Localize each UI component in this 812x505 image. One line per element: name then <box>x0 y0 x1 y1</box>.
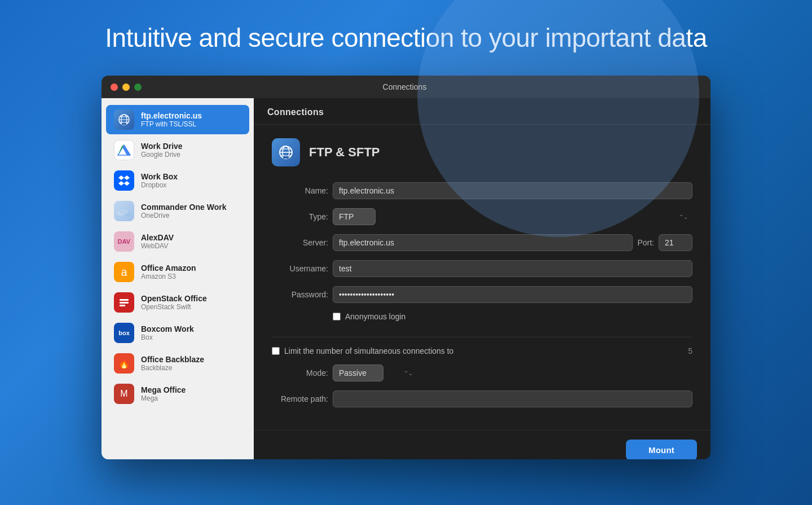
sidebar-item-mega[interactable]: M Mega Office Mega <box>106 379 249 409</box>
sidebar-backblaze-name: Office Backblaze <box>141 355 204 364</box>
type-select[interactable]: FTP SFTP FTPS <box>333 208 376 225</box>
svg-marker-13 <box>118 181 124 186</box>
sidebar-alexdav-text: AlexDAV WebDAV <box>141 233 174 250</box>
name-row: Name: <box>272 182 692 199</box>
sidebar-openstack-name: OpenStack Office <box>141 294 207 303</box>
sidebar-workbox-name: Work Box <box>141 172 178 181</box>
password-label: Password: <box>272 290 328 299</box>
name-label: Name: <box>272 186 328 195</box>
sidebar-workdrive-sub: Google Drive <box>141 151 183 159</box>
server-input[interactable] <box>333 234 633 251</box>
name-input[interactable] <box>333 182 692 199</box>
sidebar-boxcom-name: Boxcom Work <box>141 324 194 333</box>
sidebar-mega-sub: Mega <box>141 394 186 402</box>
username-label: Username: <box>272 264 328 273</box>
sidebar-item-workdrive[interactable]: Work Drive Google Drive <box>106 135 249 165</box>
amazon-icon: a <box>114 262 134 282</box>
minimize-button[interactable] <box>122 84 130 91</box>
sidebar-item-openstack[interactable]: OpenStack Office OpenStack Swift <box>106 288 249 317</box>
window-body: ftp.electronic.us FTP with TSL/SSL <box>102 98 710 459</box>
window-title: Connections <box>383 82 427 91</box>
mode-select-wrapper: Passive Active <box>333 365 417 381</box>
ftp-section-title: FTP & SFTP <box>309 145 380 160</box>
maximize-button[interactable] <box>134 84 142 91</box>
sidebar-alexdav-sub: WebDAV <box>141 242 174 250</box>
panel-header-title: Connections <box>267 107 324 117</box>
type-label: Type: <box>272 212 328 221</box>
limit-row: Limit the number of simultaneous connect… <box>272 346 692 355</box>
remote-path-label: Remote path: <box>272 394 328 403</box>
mode-row: Mode: Passive Active <box>272 365 692 381</box>
limit-label: Limit the number of simultaneous connect… <box>284 346 453 355</box>
port-input[interactable] <box>659 234 692 251</box>
ftp-header-row: FTP & SFTP <box>272 138 692 166</box>
sidebar-backblaze-sub: Backblaze <box>141 364 204 372</box>
port-label: Port: <box>637 238 654 247</box>
dropbox-icon <box>114 170 134 191</box>
sidebar-boxcom-sub: Box <box>141 333 194 341</box>
svg-rect-27 <box>283 156 289 159</box>
divider <box>272 337 692 337</box>
username-row: Username: <box>272 260 692 277</box>
traffic-lights <box>111 84 142 91</box>
sidebar-item-ftp[interactable]: ftp.electronic.us FTP with TSL/SSL <box>106 105 249 134</box>
box-icon: box <box>114 323 134 343</box>
window-wrapper: Connections <box>0 76 812 459</box>
sidebar-amazon-name: Office Amazon <box>141 264 196 273</box>
sidebar-mega-text: Mega Office Mega <box>141 385 186 402</box>
page-title: Intuitive and secure connection to your … <box>0 23 812 53</box>
sidebar: ftp.electronic.us FTP with TSL/SSL <box>102 98 254 459</box>
svg-rect-20 <box>120 302 129 304</box>
svg-marker-11 <box>118 175 124 180</box>
mode-select[interactable]: Passive Active <box>333 365 383 381</box>
limit-checkbox[interactable] <box>272 347 280 355</box>
password-row: Password: <box>272 286 692 303</box>
sidebar-item-workbox[interactable]: Work Box Dropbox <box>106 166 249 195</box>
svg-marker-12 <box>124 175 130 180</box>
anon-label: Anonymous login <box>345 312 405 321</box>
svg-point-18 <box>120 209 129 214</box>
ftp-icon <box>114 109 134 130</box>
app-window: Connections <box>102 76 710 459</box>
mount-button[interactable]: Mount <box>626 440 697 459</box>
sidebar-openstack-text: OpenStack Office OpenStack Swift <box>141 294 207 311</box>
sidebar-item-alexdav[interactable]: DAV AlexDAV WebDAV <box>106 227 249 256</box>
remote-path-row: Remote path: <box>272 390 692 407</box>
type-select-wrapper: FTP SFTP FTPS <box>333 208 692 225</box>
main-panel: Connections <box>254 98 710 459</box>
sidebar-mega-name: Mega Office <box>141 385 186 394</box>
sidebar-ftp-name: ftp.electronic.us <box>141 111 202 120</box>
webdav-icon: DAV <box>114 231 134 252</box>
password-input[interactable] <box>333 286 692 303</box>
sidebar-alexdav-name: AlexDAV <box>141 233 174 242</box>
backblaze-icon: 🔥 <box>114 353 134 374</box>
anon-row: Anonymous login <box>333 312 692 321</box>
mega-icon: M <box>114 384 134 404</box>
server-label: Server: <box>272 238 328 247</box>
sidebar-workdrive-text: Work Drive Google Drive <box>141 142 183 159</box>
sidebar-backblaze-text: Office Backblaze Backblaze <box>141 355 204 372</box>
limit-number: 5 <box>688 346 692 355</box>
close-button[interactable] <box>111 84 118 91</box>
sidebar-amazon-text: Office Amazon Amazon S3 <box>141 264 196 280</box>
sidebar-amazon-sub: Amazon S3 <box>141 273 196 280</box>
sidebar-workbox-sub: Dropbox <box>141 181 178 189</box>
sidebar-item-boxcom[interactable]: box Boxcom Work Box <box>106 318 249 348</box>
sidebar-commander-text: Commander One Work OneDrive <box>141 203 226 219</box>
page-header: Intuitive and secure connection to your … <box>0 0 812 70</box>
panel-header: Connections <box>254 98 710 125</box>
panel-content: FTP & SFTP Name: Type: FTP SFTP <box>254 125 710 430</box>
sidebar-item-amazon[interactable]: a Office Amazon Amazon S3 <box>106 257 249 287</box>
onedrive-icon <box>114 201 134 221</box>
sidebar-workdrive-name: Work Drive <box>141 142 183 151</box>
ftp-big-icon <box>272 138 300 166</box>
sidebar-item-commander[interactable]: Commander One Work OneDrive <box>106 196 249 226</box>
username-input[interactable] <box>333 260 692 277</box>
anon-checkbox[interactable] <box>333 313 341 320</box>
title-bar: Connections <box>102 76 710 98</box>
sidebar-item-backblaze[interactable]: 🔥 Office Backblaze Backblaze <box>106 349 249 378</box>
remote-path-input[interactable] <box>333 390 692 407</box>
sidebar-commander-sub: OneDrive <box>141 212 226 219</box>
sidebar-commander-name: Commander One Work <box>141 203 226 212</box>
svg-rect-19 <box>120 299 129 301</box>
